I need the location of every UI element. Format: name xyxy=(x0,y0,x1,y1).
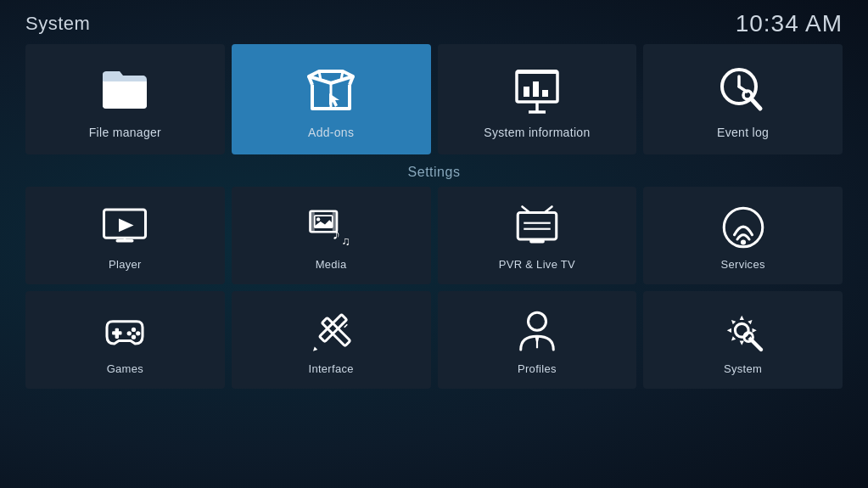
svg-line-11 xyxy=(751,98,760,109)
tile-interface[interactable]: Interface xyxy=(232,291,431,389)
gamepad-icon xyxy=(101,308,148,356)
svg-marker-14 xyxy=(119,219,134,233)
system-information-label: System information xyxy=(484,126,590,139)
svg-rect-2 xyxy=(524,87,529,97)
tile-system-information[interactable]: System information xyxy=(438,44,637,154)
wifi-circle-icon xyxy=(720,204,767,251)
media-icon: ♪ ♫ xyxy=(307,204,355,251)
settings-heading: Settings xyxy=(25,154,843,187)
clock-search-icon xyxy=(716,63,770,117)
tile-system[interactable]: System xyxy=(643,291,843,389)
svg-rect-5 xyxy=(517,70,557,74)
svg-rect-24 xyxy=(518,213,557,240)
tile-file-manager[interactable]: File manager xyxy=(25,44,225,154)
svg-rect-29 xyxy=(529,239,545,243)
pvr-live-tv-label: PVR & Live TV xyxy=(499,258,575,271)
svg-point-21 xyxy=(316,217,320,221)
games-label: Games xyxy=(107,362,143,375)
clock: 10:34 AM xyxy=(736,10,843,37)
tile-services[interactable]: Services xyxy=(643,187,843,284)
tile-pvr-live-tv[interactable]: PVR & Live TV xyxy=(438,187,637,284)
svg-rect-3 xyxy=(533,81,539,97)
svg-point-31 xyxy=(741,239,746,244)
folder-icon xyxy=(98,63,152,117)
interface-label: Interface xyxy=(308,362,353,375)
svg-text:♪: ♪ xyxy=(333,225,341,243)
main-page: System 10:34 AM File manager xyxy=(0,0,868,488)
top-tiles-row: File manager xyxy=(17,44,851,154)
app-title: System xyxy=(25,13,90,35)
gear-wrench-icon xyxy=(720,308,767,356)
monitor-play-icon xyxy=(101,204,148,251)
settings-section: Settings Player xyxy=(17,154,851,389)
presentation-icon xyxy=(510,63,564,117)
svg-marker-39 xyxy=(313,347,317,351)
profiles-label: Profiles xyxy=(518,362,557,375)
tile-games[interactable]: Games xyxy=(25,291,225,389)
svg-rect-33 xyxy=(113,331,122,334)
svg-point-36 xyxy=(132,335,136,339)
svg-rect-38 xyxy=(320,315,347,342)
add-ons-label: Add-ons xyxy=(308,126,354,139)
pencil-ruler-icon xyxy=(307,308,355,356)
svg-marker-45 xyxy=(535,336,539,342)
services-label: Services xyxy=(721,258,765,271)
svg-point-37 xyxy=(127,331,132,335)
svg-text:♫: ♫ xyxy=(341,234,350,248)
tile-event-log[interactable]: Event log xyxy=(643,44,843,154)
person-icon xyxy=(513,308,561,356)
system-settings-label: System xyxy=(724,362,762,375)
player-label: Player xyxy=(109,258,142,271)
tile-media[interactable]: ♪ ♫ Media xyxy=(232,187,431,284)
svg-point-43 xyxy=(528,312,546,330)
tv-icon xyxy=(513,204,561,251)
media-label: Media xyxy=(316,258,347,271)
box-icon xyxy=(304,63,358,117)
tile-player[interactable]: Player xyxy=(25,187,225,284)
file-manager-label: File manager xyxy=(89,126,161,139)
svg-line-42 xyxy=(344,324,348,328)
svg-point-35 xyxy=(137,331,141,335)
event-log-label: Event log xyxy=(717,126,769,139)
settings-grid: Player ♪ ♫ xyxy=(25,187,843,389)
header: System 10:34 AM xyxy=(17,0,851,44)
tile-add-ons[interactable]: Add-ons xyxy=(232,44,431,154)
svg-rect-4 xyxy=(542,90,548,97)
tile-profiles[interactable]: Profiles xyxy=(438,291,637,389)
svg-point-34 xyxy=(132,328,136,332)
svg-point-12 xyxy=(743,91,752,99)
svg-point-46 xyxy=(735,323,748,337)
